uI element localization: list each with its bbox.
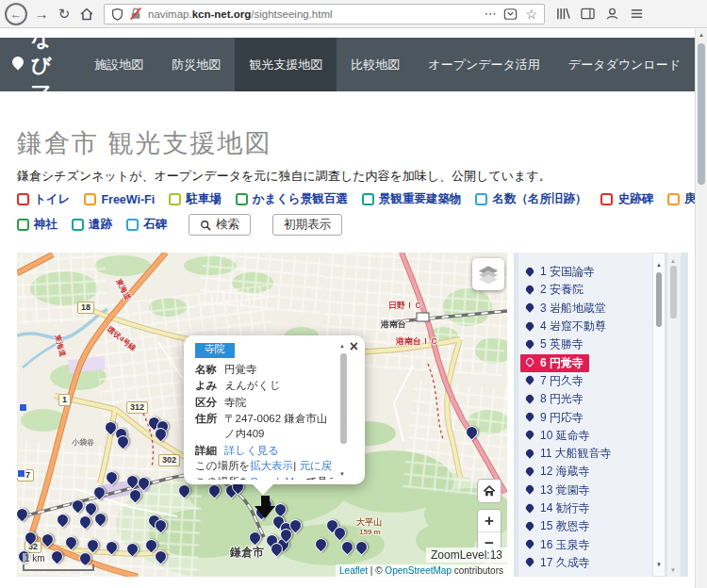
checkbox-icon[interactable]	[17, 193, 29, 205]
checkbox-icon[interactable]	[169, 193, 181, 205]
browser-scrollbar[interactable]: ▲	[695, 29, 707, 588]
checkbox-icon[interactable]	[600, 193, 613, 205]
checkbox-icon[interactable]	[475, 193, 487, 205]
checkbox-icon[interactable]	[84, 193, 96, 205]
popup-scrollbar[interactable]: ▲▼	[337, 343, 350, 477]
temple-list-item[interactable]: 13 覚園寺	[518, 482, 652, 499]
pin-icon	[524, 338, 534, 349]
account-icon[interactable]	[605, 7, 619, 21]
temple-list-item[interactable]: 12 海蔵寺	[518, 463, 652, 481]
temple-list-item[interactable]: 5 英勝寺	[518, 335, 652, 353]
filter-checkbox[interactable]: 遺跡	[72, 217, 112, 233]
checkbox-icon[interactable]	[362, 193, 374, 205]
flag-marker[interactable]	[17, 469, 25, 478]
filter-checkbox[interactable]: 駐車場	[169, 191, 222, 207]
popup-close-button[interactable]: ×	[350, 339, 358, 354]
temple-name: 6 円覚寺	[540, 355, 584, 371]
bookmark-star-icon[interactable]: ☆	[525, 7, 537, 22]
zoom-in-button[interactable]: +	[478, 510, 501, 531]
page-actions-icon[interactable]: ⋯	[484, 7, 496, 21]
temple-list-item[interactable]: 1 安国論寺	[518, 263, 652, 281]
map-home-button[interactable]	[477, 479, 501, 503]
checkbox-icon[interactable]	[126, 219, 139, 231]
checkbox-icon[interactable]	[667, 193, 680, 205]
flag-marker[interactable]	[19, 403, 27, 412]
filter-checkbox[interactable]: 史跡碑	[600, 191, 653, 207]
library-icon[interactable]	[556, 7, 570, 21]
reload-button[interactable]: ↻	[53, 3, 75, 25]
filter-label: 史跡碑	[617, 191, 653, 207]
temple-list-item[interactable]: 6 円覚寺	[518, 353, 652, 371]
temple-list-item[interactable]: 9 円応寺	[518, 408, 652, 426]
filter-checkbox[interactable]: 庚申塔	[667, 191, 695, 207]
list-item-wrap: 11 大船観音寺	[520, 445, 617, 463]
back-button[interactable]: ←	[5, 3, 27, 25]
page-description: 鎌倉シチズンネットが、オープンデータを元に独自に調査した内容を加味し、公開してい…	[17, 168, 551, 185]
insecure-lock-icon[interactable]	[129, 7, 142, 21]
filter-checkbox[interactable]: FreeWi-Fi	[84, 193, 155, 206]
list-item-wrap: 3 岩船地蔵堂	[520, 300, 612, 318]
filter-checkbox[interactable]: 景観重要建築物	[362, 191, 462, 207]
list-item-wrap: 10 延命寺	[520, 427, 596, 445]
forward-button[interactable]: →	[30, 3, 53, 25]
detail-link[interactable]: 詳しく見る	[224, 445, 279, 456]
browser-home-icon[interactable]	[75, 3, 98, 25]
shield-icon[interactable]	[111, 8, 123, 21]
list-scrollbar[interactable]: ▲▼	[652, 253, 666, 577]
scroll-thumb[interactable]	[698, 43, 705, 185]
url-bar[interactable]: navimap.kcn-net.org/sightseeing.html ⋯ ☆	[104, 4, 545, 24]
list-item-wrap: 4 岩窟不動尊	[520, 318, 612, 335]
nav-item[interactable]: 比較地図	[337, 38, 414, 91]
checkbox-icon[interactable]	[17, 219, 29, 231]
pocket-icon[interactable]	[503, 8, 518, 21]
temple-list-item[interactable]: 4 岩窟不動尊	[518, 318, 652, 335]
sidebar-toggle-icon[interactable]	[581, 7, 595, 21]
nav-item[interactable]: 防災地図	[157, 38, 235, 91]
temple-list-item[interactable]: 14 勧行寺	[518, 499, 652, 517]
scroll-up-arrow[interactable]: ▲	[699, 32, 704, 38]
menu-hamburger-icon[interactable]	[630, 7, 644, 21]
popup-field: 名称円覚寺	[195, 362, 333, 377]
googlemap-link[interactable]: GoogleMap	[250, 476, 305, 480]
temple-list-item[interactable]: 3 岩船地蔵堂	[518, 300, 652, 318]
temple-list-item[interactable]: 2 安養院	[518, 281, 652, 299]
filter-checkbox[interactable]: 神社	[17, 217, 58, 233]
search-button[interactable]: 検索	[189, 214, 251, 236]
temple-list-item[interactable]: 8 円光寺	[518, 390, 652, 408]
temple-list-item[interactable]: 15 教恩寺	[518, 517, 652, 535]
pin-icon	[524, 538, 534, 548]
url-text[interactable]: navimap.kcn-net.org/sightseeing.html	[148, 8, 478, 20]
enlarge-link[interactable]: 拡大表示	[250, 460, 293, 471]
site-brand[interactable]: 鎌倉なびマップ	[0, 38, 56, 91]
popup-content: 寺院 名称円覚寺よみえんがくじ区分寺院住所〒247-0062 鎌倉市山ノ内409…	[195, 343, 333, 480]
pin-icon	[524, 266, 534, 276]
temple-name: 15 教恩寺	[540, 518, 590, 534]
temple-list-item[interactable]: 11 大船観音寺	[518, 445, 652, 463]
temple-list-item[interactable]: 17 久成寺	[518, 554, 652, 572]
filter-checkbox[interactable]: 名数（名所旧跡）	[475, 191, 586, 207]
restore-link[interactable]: 元に戻す	[300, 460, 334, 471]
site-navbar: 鎌倉なびマップ 施設地図防災地図観光支援地図比較地図オープンデータ活用データダウ…	[0, 38, 695, 91]
field-value: えんがくじ	[225, 378, 281, 393]
nav-item[interactable]: 観光支援地図	[235, 38, 337, 91]
reset-button[interactable]: 初期表示	[272, 214, 342, 236]
map-canvas[interactable]: 1813123026732 日野ＩＣ港南台ＩＣ港南台東海道東海道環状4号線小袋谷…	[17, 253, 507, 577]
leaflet-link[interactable]: Leaflet	[339, 565, 368, 576]
panel-scrollbar[interactable]: ▲▼	[667, 253, 681, 577]
filter-checkbox[interactable]: かまくら景観百選	[236, 191, 348, 207]
checkbox-icon[interactable]	[72, 219, 84, 231]
filter-checkbox[interactable]: トイレ	[17, 191, 70, 207]
checkbox-icon[interactable]	[236, 193, 248, 205]
filter-label: FreeWi-Fi	[101, 193, 155, 206]
map-attribution: Leaflet | © OpenStreetMap contributors	[336, 564, 507, 577]
temple-list-item[interactable]: 7 円久寺	[518, 372, 652, 390]
filter-checkbox[interactable]: 石碑	[126, 217, 167, 233]
layers-control[interactable]	[472, 258, 504, 290]
nav-item[interactable]: データダウンロード	[554, 38, 695, 91]
nav-item[interactable]: 施設地図	[80, 38, 157, 91]
pin-icon	[524, 356, 534, 367]
temple-list-item[interactable]: 10 延命寺	[518, 427, 652, 445]
osm-link[interactable]: OpenStreetMap	[385, 565, 452, 576]
nav-item[interactable]: オープンデータ活用	[414, 38, 554, 91]
temple-list-item[interactable]: 16 玉泉寺	[518, 535, 652, 553]
